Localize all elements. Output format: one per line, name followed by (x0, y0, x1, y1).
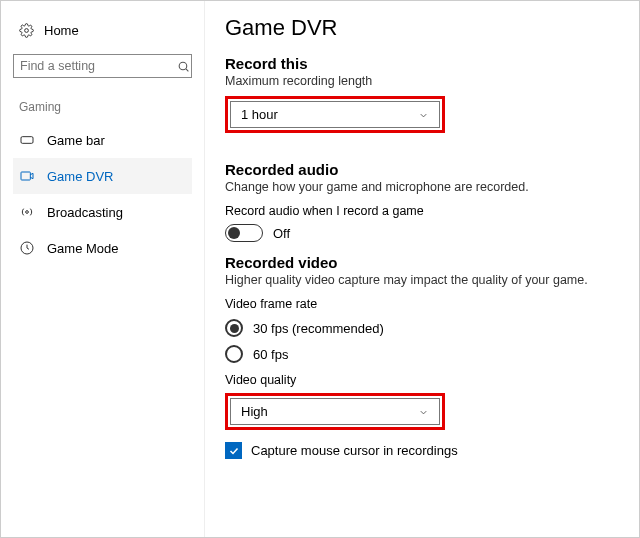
svg-point-5 (26, 211, 29, 214)
recording-length-dropdown[interactable]: 1 hour (230, 101, 440, 128)
checkbox-checked-icon (225, 442, 242, 459)
recorded-audio-desc: Change how your game and microphone are … (225, 180, 615, 194)
highlight-recording-length: 1 hour (225, 96, 445, 133)
chevron-down-icon (418, 109, 429, 120)
sidebar-item-game-mode[interactable]: Game Mode (13, 230, 192, 266)
sidebar-item-label: Game Mode (47, 241, 119, 256)
svg-line-2 (186, 68, 188, 70)
recording-length-value: 1 hour (241, 107, 278, 122)
sidebar-item-game-bar[interactable]: Game bar (13, 122, 192, 158)
recorded-audio-heading: Recorded audio (225, 161, 615, 178)
capture-cursor-label: Capture mouse cursor in recordings (251, 443, 458, 458)
highlight-video-quality: High (225, 393, 445, 430)
record-audio-toggle[interactable] (225, 224, 263, 242)
sidebar-item-label: Game bar (47, 133, 105, 148)
svg-rect-4 (21, 172, 30, 180)
sidebar-item-label: Broadcasting (47, 205, 123, 220)
capture-cursor-option[interactable]: Capture mouse cursor in recordings (225, 442, 615, 459)
search-input-wrap[interactable] (13, 54, 192, 78)
framerate-label: Video frame rate (225, 297, 615, 311)
record-this-label: Maximum recording length (225, 74, 615, 88)
sidebar-item-label: Game DVR (47, 169, 113, 184)
svg-point-1 (179, 62, 187, 70)
search-icon (177, 60, 190, 73)
search-input[interactable] (20, 59, 177, 73)
recorded-video-desc: Higher quality video capture may impact … (225, 273, 615, 287)
gamebar-icon (19, 132, 35, 148)
gear-icon (19, 23, 34, 38)
video-quality-label: Video quality (225, 373, 615, 387)
svg-point-0 (25, 29, 29, 33)
framerate-30-option[interactable]: 30 fps (recommended) (225, 319, 615, 337)
broadcast-icon (19, 204, 35, 220)
radio-icon (225, 345, 243, 363)
record-this-heading: Record this (225, 55, 615, 72)
recorded-video-heading: Recorded video (225, 254, 615, 271)
record-audio-toggle-state: Off (273, 226, 290, 241)
framerate-60-option[interactable]: 60 fps (225, 345, 615, 363)
home-button[interactable]: Home (13, 19, 192, 42)
radio-label: 30 fps (recommended) (253, 321, 384, 336)
page-title: Game DVR (225, 15, 615, 41)
radio-label: 60 fps (253, 347, 288, 362)
radio-icon (225, 319, 243, 337)
dvr-icon (19, 168, 35, 184)
gamemode-icon (19, 240, 35, 256)
record-audio-toggle-label: Record audio when I record a game (225, 204, 615, 218)
video-quality-value: High (241, 404, 268, 419)
svg-rect-3 (21, 137, 33, 144)
sidebar-item-broadcasting[interactable]: Broadcasting (13, 194, 192, 230)
video-quality-dropdown[interactable]: High (230, 398, 440, 425)
sidebar-item-game-dvr[interactable]: Game DVR (13, 158, 192, 194)
home-label: Home (44, 23, 79, 38)
chevron-down-icon (418, 406, 429, 417)
sidebar-section-label: Gaming (13, 100, 192, 122)
